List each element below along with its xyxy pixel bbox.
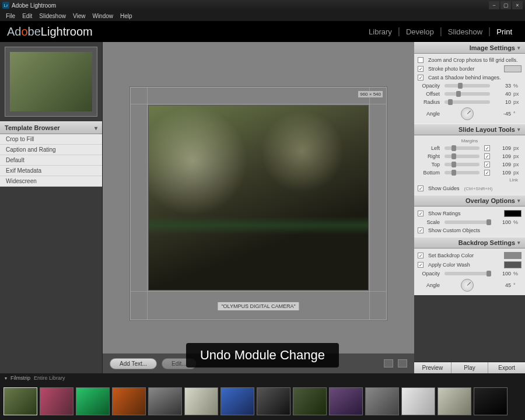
show-custom-checkbox[interactable] (418, 228, 424, 233)
left-panel: Template Browser ▾ Crop to Fill Caption … (0, 42, 103, 373)
close-button[interactable]: × (512, 1, 523, 9)
margin-bottom-label: Bottom (418, 170, 440, 176)
margin-bottom-slider[interactable] (444, 171, 480, 174)
chevron-down-icon[interactable]: ▾ (5, 376, 7, 381)
view-single-icon[interactable] (398, 359, 407, 368)
filmstrip-thumb[interactable] (438, 387, 471, 415)
menubar: File Edit Slideshow View Window Help (0, 10, 525, 21)
template-item[interactable]: Widescreen (0, 176, 102, 187)
export-button[interactable]: Export (488, 362, 525, 373)
backdrop-color-label: Set Backdrop Color (428, 253, 502, 258)
stroke-checkbox[interactable] (418, 66, 424, 72)
scale-slider[interactable] (444, 220, 490, 224)
filmstrip-thumb[interactable] (401, 387, 435, 415)
offset-slider[interactable] (444, 92, 490, 96)
color-wash-swatch[interactable] (504, 261, 522, 268)
filmstrip-thumb[interactable] (148, 387, 182, 415)
filmstrip-thumb[interactable] (329, 387, 363, 415)
radius-slider[interactable] (444, 100, 490, 104)
show-guides-checkbox[interactable] (418, 186, 424, 191)
module-develop[interactable]: Develop (400, 27, 440, 36)
panel-overlay: Show Ratings Scale100% Show Custom Objec… (414, 206, 525, 237)
menu-window[interactable]: Window (89, 12, 117, 20)
filmstrip-thumb[interactable] (293, 387, 327, 415)
canvas-area: 960 × 540 "OLYMPUS DIGITAL CAMERA" (103, 42, 414, 354)
scale-value: 100 (495, 219, 511, 225)
template-item[interactable]: Default (0, 155, 102, 166)
panel-backdrop: Set Backdrop Color Apply Color Wash Opac… (414, 249, 525, 295)
template-browser-title: Template Browser (5, 124, 60, 131)
filmstrip-header: ▾ Filmstrip Entire Library (0, 373, 525, 383)
navigator-preview[interactable] (5, 47, 97, 117)
panel-image-settings-header[interactable]: Image Settings ▾ (414, 42, 525, 54)
offset-label: Offset (418, 91, 440, 97)
zoom-crop-checkbox[interactable] (418, 57, 424, 63)
menu-help[interactable]: Help (117, 12, 136, 20)
scale-label: Scale (418, 219, 440, 225)
guide-vertical (369, 88, 370, 320)
template-browser-header[interactable]: Template Browser ▾ (0, 121, 102, 134)
filmstrip-thumb[interactable] (112, 387, 146, 415)
slide-size-badge: 960 × 540 (358, 91, 383, 97)
opacity-slider[interactable] (444, 84, 490, 88)
ratings-color-swatch[interactable] (504, 210, 522, 217)
panel-title: Overlay Options (466, 197, 515, 204)
margin-bottom-link-checkbox[interactable] (484, 170, 490, 176)
module-slideshow[interactable]: Slideshow (442, 27, 488, 36)
play-button[interactable]: Play (452, 362, 489, 373)
filmstrip[interactable] (0, 383, 525, 420)
chevron-down-icon: ▾ (517, 127, 520, 132)
module-library[interactable]: Library (363, 27, 398, 36)
edit-button[interactable]: Edit... (162, 358, 197, 369)
color-wash-checkbox[interactable] (418, 262, 424, 268)
margin-right-slider[interactable] (444, 155, 480, 158)
filmstrip-thumb[interactable] (220, 387, 254, 415)
chevron-down-icon: ▾ (517, 240, 520, 246)
preview-button[interactable]: Preview (414, 362, 452, 373)
slide-frame[interactable]: 960 × 540 "OLYMPUS DIGITAL CAMERA" (130, 87, 387, 320)
template-item[interactable]: Caption and Rating (0, 145, 102, 155)
template-item[interactable]: Crop to Fill (0, 134, 102, 145)
stroke-color-swatch[interactable] (504, 65, 522, 72)
backdrop-angle-label: Angle (418, 282, 440, 288)
menu-edit[interactable]: Edit (19, 12, 36, 20)
filmstrip-thumb[interactable] (76, 387, 110, 415)
filmstrip-thumb[interactable] (4, 387, 37, 415)
filmstrip-label: Filmstrip (10, 375, 30, 381)
margin-left-link-checkbox[interactable] (484, 145, 490, 151)
margin-top-slider[interactable] (444, 163, 480, 166)
shadow-checkbox[interactable] (418, 75, 424, 80)
maximize-button[interactable]: ▢ (501, 1, 511, 9)
show-ratings-checkbox[interactable] (418, 211, 424, 216)
margin-top-link-checkbox[interactable] (484, 162, 490, 167)
backdrop-opacity-slider[interactable] (444, 272, 490, 275)
margins-sublabel: Margins (418, 138, 522, 144)
margin-right-link-checkbox[interactable] (484, 153, 490, 159)
add-text-button[interactable]: Add Text... (110, 358, 157, 369)
backdrop-color-checkbox[interactable] (418, 253, 424, 258)
template-item[interactable]: Exif Metadata (0, 166, 102, 176)
filmstrip-thumb[interactable] (365, 387, 399, 415)
view-grid-icon[interactable] (384, 359, 393, 368)
filmstrip-thumb[interactable] (184, 387, 218, 415)
minimize-button[interactable]: − (489, 1, 499, 9)
guide-horizontal (131, 291, 386, 292)
filmstrip-thumb[interactable] (40, 387, 74, 415)
filmstrip-thumb[interactable] (257, 387, 290, 415)
margin-left-slider[interactable] (444, 146, 480, 150)
backdrop-opacity-value: 100 (495, 271, 511, 276)
backdrop-color-swatch[interactable] (504, 252, 522, 259)
slide-photo[interactable] (148, 105, 369, 290)
menu-file[interactable]: File (2, 12, 19, 20)
panel-overlay-header[interactable]: Overlay Options ▾ (414, 195, 525, 206)
filmstrip-thumb[interactable] (474, 387, 508, 415)
panel-slide-layout-header[interactable]: Slide Layout Tools ▾ (414, 124, 525, 135)
menu-view[interactable]: View (69, 12, 89, 20)
menu-slideshow[interactable]: Slideshow (36, 12, 69, 20)
backdrop-angle-unit: ° (513, 282, 522, 288)
panel-backdrop-header[interactable]: Backdrop Settings ▾ (414, 237, 525, 249)
module-print[interactable]: Print (491, 27, 518, 36)
angle-dial[interactable] (461, 107, 474, 120)
backdrop-angle-dial[interactable] (461, 279, 474, 292)
brand-pre: Ad (7, 25, 21, 38)
